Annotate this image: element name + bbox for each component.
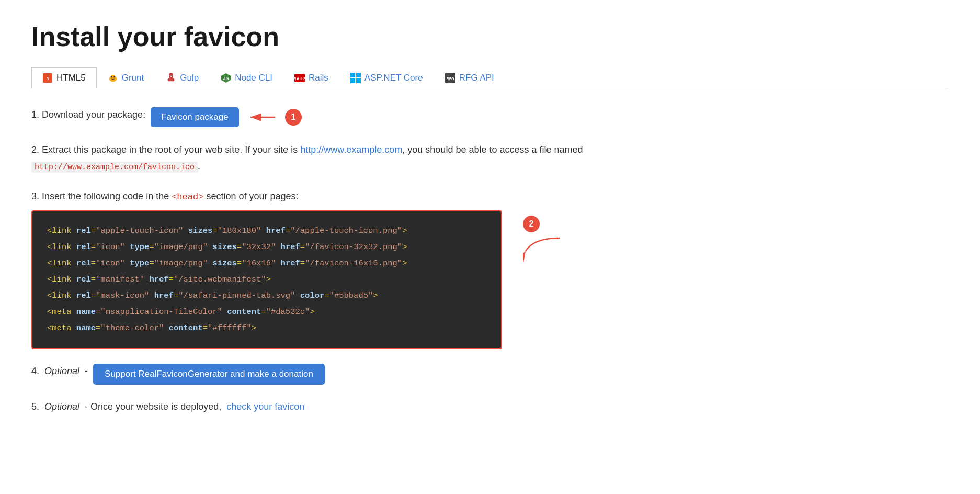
badge-1: 1 bbox=[285, 109, 302, 126]
svg-rect-6 bbox=[169, 73, 173, 80]
arrow2-badge-wrap: 2 bbox=[523, 210, 565, 262]
page-title: Install your favicon bbox=[31, 21, 949, 52]
step1-badge-wrap: Favicon package 1 bbox=[151, 107, 302, 127]
node-icon: JS bbox=[221, 73, 231, 83]
grunt-icon bbox=[108, 73, 118, 83]
step4-optional: Optional bbox=[44, 364, 79, 379]
svg-point-5 bbox=[113, 76, 115, 78]
tab-aspnet-label: ASP.NET Core bbox=[364, 73, 423, 83]
arrow-2-icon bbox=[523, 235, 565, 262]
tab-nodecli[interactable]: JS Node CLI bbox=[210, 67, 283, 88]
code-block: <link rel="apple-touch-icon" sizes="180x… bbox=[31, 210, 502, 349]
step1-label: 1. Download your package: bbox=[31, 107, 145, 122]
step5-number: 5. bbox=[31, 399, 39, 414]
step3-label-before: 3. Insert the following code in the bbox=[31, 191, 172, 201]
step-4: 4. Optional - Support RealFaviconGenerat… bbox=[31, 364, 949, 385]
step3-label: 3. Insert the following code in the <hea… bbox=[31, 188, 949, 205]
step2-text: 2. Extract this package in the root of y… bbox=[31, 142, 583, 174]
step2-link2: http://www.example.com/favicon.ico bbox=[31, 162, 198, 173]
aspnet-icon bbox=[350, 73, 361, 83]
tab-html5[interactable]: 5 HTML5 bbox=[31, 67, 97, 88]
badge-2: 2 bbox=[523, 216, 540, 232]
code-block-wrapper: <link rel="apple-touch-icon" sizes="180x… bbox=[31, 210, 949, 349]
step3-label-after: section of your pages: bbox=[203, 191, 298, 201]
step4-separator: - bbox=[85, 364, 88, 379]
step2-link1[interactable]: http://www.example.com bbox=[300, 144, 402, 155]
tab-gulp-label: Gulp bbox=[180, 73, 199, 83]
steps-container: 1. Download your package: Favicon packag… bbox=[31, 107, 949, 414]
gulp-icon bbox=[166, 73, 176, 83]
tab-rfgapi[interactable]: RFG RFG API bbox=[434, 67, 505, 88]
donate-button[interactable]: Support RealFaviconGenerator and make a … bbox=[93, 364, 325, 385]
svg-rect-7 bbox=[168, 78, 175, 81]
svg-rect-13 bbox=[356, 73, 361, 77]
svg-text:RFG: RFG bbox=[446, 77, 454, 81]
step3-head-tag: <head> bbox=[172, 192, 203, 202]
tab-nodecli-label: Node CLI bbox=[235, 73, 272, 83]
step-3: 3. Insert the following code in the <hea… bbox=[31, 188, 949, 349]
step2-label-after: . bbox=[198, 161, 200, 171]
svg-rect-14 bbox=[350, 78, 355, 83]
tab-grunt-label: Grunt bbox=[122, 73, 144, 83]
tab-html5-label: HTML5 bbox=[56, 73, 86, 83]
tab-rfgapi-label: RFG API bbox=[459, 73, 494, 83]
tab-aspnet[interactable]: ASP.NET Core bbox=[339, 67, 434, 88]
rails-icon: RAILS bbox=[294, 73, 305, 83]
svg-point-4 bbox=[111, 76, 112, 78]
favicon-package-button[interactable]: Favicon package bbox=[151, 107, 239, 127]
tab-rails[interactable]: RAILS Rails bbox=[283, 67, 339, 88]
svg-rect-12 bbox=[350, 73, 355, 77]
tab-grunt[interactable]: Grunt bbox=[97, 67, 155, 88]
step4-number: 4. bbox=[31, 364, 39, 379]
svg-text:5: 5 bbox=[47, 76, 49, 81]
step5-separator: - Once your website is deployed, bbox=[85, 399, 221, 414]
step2-label-before: 2. Extract this package in the root of y… bbox=[31, 144, 300, 155]
svg-rect-15 bbox=[356, 78, 361, 83]
html5-icon: 5 bbox=[42, 73, 53, 83]
step-5: 5. Optional - Once your website is deplo… bbox=[31, 399, 949, 414]
rfgapi-icon: RFG bbox=[445, 73, 455, 83]
check-favicon-link[interactable]: check your favicon bbox=[226, 399, 304, 414]
step2-label-middle: , you should be able to access a file na… bbox=[402, 144, 583, 155]
tab-rails-label: Rails bbox=[309, 73, 328, 83]
arrow-1-icon bbox=[246, 109, 278, 125]
step5-optional: Optional bbox=[44, 399, 79, 414]
svg-text:JS: JS bbox=[223, 76, 229, 81]
step-2: 2. Extract this package in the root of y… bbox=[31, 142, 949, 174]
step-1: 1. Download your package: Favicon packag… bbox=[31, 107, 949, 127]
svg-text:RAILS: RAILS bbox=[294, 76, 305, 81]
tabs-bar: 5 HTML5 Grunt Gulp bbox=[31, 67, 949, 88]
tab-gulp[interactable]: Gulp bbox=[155, 67, 210, 88]
